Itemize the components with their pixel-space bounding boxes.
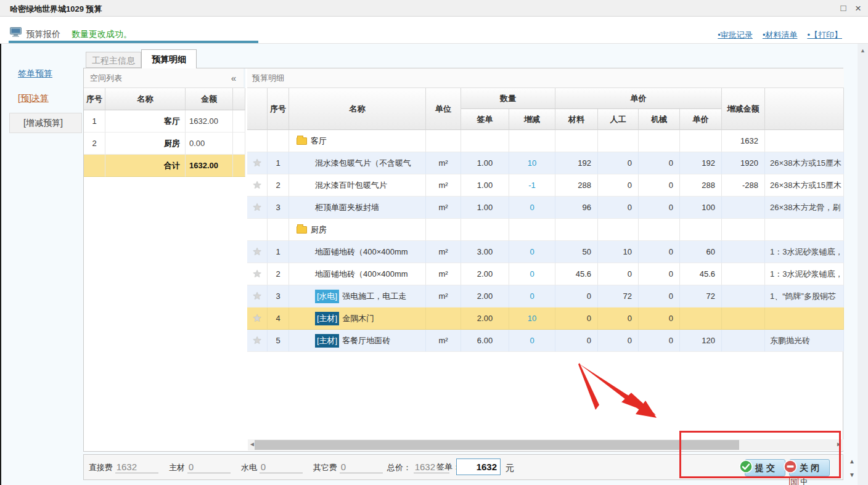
detail-item-row[interactable]: ★ 3 [水电]强电施工，电工走 m² 2.00 0 0 72 0 72 1、“… bbox=[247, 285, 844, 308]
col-remark bbox=[765, 88, 844, 130]
item-qty-change[interactable]: 10 bbox=[509, 152, 555, 174]
space-row-name: 客厅 bbox=[105, 110, 186, 132]
group-change-amount: 1632 bbox=[722, 130, 765, 152]
sidebar-item-settlement[interactable]: [预]决算 bbox=[18, 93, 49, 104]
item-machine: 0 bbox=[639, 263, 680, 285]
star-icon[interactable]: ★ bbox=[252, 201, 261, 214]
detail-item-row[interactable]: ★ 4 [主材]金隅木门 2.00 10 0 0 0 bbox=[247, 308, 844, 330]
tab-budget-detail[interactable]: 预算明细 bbox=[141, 49, 197, 68]
item-machine: 0 bbox=[639, 152, 680, 174]
item-unit-price: 288 bbox=[680, 174, 722, 197]
space-panel-title: 空间列表 bbox=[90, 73, 122, 83]
star-icon[interactable]: ★ bbox=[252, 179, 261, 192]
detail-group-row[interactable]: 厨房 bbox=[247, 219, 844, 241]
status-message: 数量更改成功。 bbox=[72, 29, 132, 40]
item-no: 1 bbox=[268, 241, 289, 263]
item-name-cell: [主材]客餐厅地面砖 bbox=[289, 330, 426, 352]
col-amount: 金额 bbox=[186, 88, 233, 110]
sign-input[interactable] bbox=[456, 459, 501, 475]
scroll-up-icon[interactable]: ▲ bbox=[859, 47, 867, 54]
item-qty-change[interactable]: -1 bbox=[509, 174, 555, 197]
detail-item-row[interactable]: ★ 2 混水漆百叶包暖气片 m² 1.00 -1 288 0 0 288 -28… bbox=[247, 174, 844, 197]
space-row[interactable]: 1 客厅 1632.00 bbox=[84, 110, 245, 132]
item-name-cell: 柜顶单面夹板封墙 bbox=[289, 197, 426, 219]
item-qty-change[interactable]: 0 bbox=[509, 241, 555, 263]
space-table: 序号 名称 金额 1 客厅 1632.00 2 厨房 0.00 合计 1632.… bbox=[84, 88, 245, 177]
item-material: 0 bbox=[555, 308, 598, 330]
item-remark: 1、“鸽牌”多股铜芯 bbox=[765, 285, 844, 308]
detail-item-row[interactable]: ★ 5 [主材]客餐厅地面砖 m² 6.00 0 0 0 0 120 东鹏抛光砖 bbox=[247, 330, 844, 352]
sidebar-item-addsub-budget[interactable]: [增减预算] bbox=[9, 113, 82, 133]
item-qty-change[interactable]: 10 bbox=[509, 308, 555, 330]
detail-item-row[interactable]: ★ 2 地面铺地砖（400×400mm m² 2.00 0 45.6 0 0 4… bbox=[247, 263, 844, 285]
close-icon[interactable]: × bbox=[852, 2, 864, 15]
item-remark: 1：3水泥砂浆铺底， bbox=[765, 241, 844, 263]
col-qty-sign: 签单 bbox=[461, 109, 509, 130]
star-icon[interactable]: ★ bbox=[252, 245, 261, 258]
accent-underline bbox=[9, 41, 258, 43]
spinner-up-icon[interactable]: ▲ bbox=[849, 458, 855, 465]
tab-project-info[interactable]: 工程主信息 bbox=[86, 52, 141, 68]
vertical-scrollbar[interactable]: ▲ bbox=[858, 44, 868, 485]
group-name: 厨房 bbox=[311, 224, 327, 235]
toolbar-link[interactable]: •审批记录 bbox=[718, 30, 753, 39]
toolbar-link[interactable]: •【打印】 bbox=[807, 30, 842, 39]
toolbar-links: •审批记录•材料清单•【打印】 bbox=[708, 30, 842, 41]
horizontal-scrollbar[interactable]: ◄ ► bbox=[248, 439, 843, 450]
scroll-right-icon[interactable]: ► bbox=[836, 441, 842, 447]
maximize-icon[interactable]: □ bbox=[837, 2, 850, 13]
toolbar-link[interactable]: •材料清单 bbox=[763, 30, 798, 39]
item-qty-change[interactable]: 0 bbox=[509, 197, 555, 219]
star-icon[interactable]: ★ bbox=[252, 290, 261, 303]
item-name-cell: [主材]金隅木门 bbox=[289, 308, 426, 330]
item-no: 5 bbox=[268, 330, 289, 352]
item-no: 1 bbox=[268, 152, 289, 174]
item-qty-change[interactable]: 0 bbox=[509, 330, 555, 352]
item-material: 45.6 bbox=[555, 263, 598, 285]
space-row-no: 1 bbox=[84, 110, 105, 132]
item-labor: 0 bbox=[598, 263, 639, 285]
detail-table: 序号 名称 单位 数量 签单 增减 单价 材料 人工 机械 单价 增减金额 客厅 bbox=[247, 88, 844, 352]
detail-item-row[interactable]: ★ 1 地面铺地砖（400×400mm m² 3.00 0 50 10 0 60… bbox=[247, 241, 844, 263]
item-labor: 0 bbox=[598, 308, 639, 330]
item-qty-change[interactable]: 0 bbox=[509, 263, 555, 285]
star-icon[interactable]: ★ bbox=[252, 157, 261, 169]
item-unit-price bbox=[680, 308, 722, 330]
star-icon[interactable]: ★ bbox=[252, 334, 261, 347]
ime-mode-icon[interactable]: 中 bbox=[800, 478, 808, 485]
item-labor: 0 bbox=[598, 197, 639, 219]
col-machine: 机械 bbox=[639, 109, 680, 130]
detail-item-row[interactable]: ★ 1 混水漆包暖气片（不含暖气 m² 1.00 10 192 0 0 192 … bbox=[247, 152, 844, 174]
item-qty-sign: 3.00 bbox=[461, 241, 509, 263]
folder-icon[interactable] bbox=[297, 137, 307, 145]
col-change-amount: 增减金额 bbox=[722, 88, 765, 130]
item-qty-change[interactable]: 0 bbox=[509, 285, 555, 308]
direct-fee-value[interactable]: 1632 bbox=[115, 462, 158, 473]
collapse-icon[interactable]: « bbox=[231, 68, 236, 88]
item-unit: m² bbox=[426, 174, 461, 197]
item-name: 客餐厅地面砖 bbox=[342, 335, 390, 346]
scrollbar-thumb[interactable] bbox=[255, 440, 739, 450]
hydro-label: 水电 bbox=[241, 463, 257, 472]
group-change-amount bbox=[722, 219, 765, 241]
item-machine: 0 bbox=[639, 285, 680, 308]
item-unit-price: 72 bbox=[680, 285, 722, 308]
item-name: 地面铺地砖（400×400mm bbox=[315, 247, 408, 258]
main-material-value[interactable]: 0 bbox=[187, 462, 231, 473]
col-qty-change: 增减 bbox=[509, 109, 555, 130]
toolbar: 预算报价 数量更改成功。 •审批记录•材料清单•【打印】 bbox=[0, 17, 868, 44]
space-row[interactable]: 2 厨房 0.00 bbox=[84, 132, 245, 155]
detail-group-row[interactable]: 客厅 1632 bbox=[247, 130, 844, 152]
folder-icon[interactable] bbox=[297, 226, 307, 234]
star-icon[interactable]: ★ bbox=[252, 312, 261, 325]
star-icon[interactable]: ★ bbox=[252, 267, 261, 280]
item-material: 96 bbox=[555, 197, 598, 219]
sidebar-item-sign-budget[interactable]: 签单预算 bbox=[18, 68, 52, 79]
detail-item-row[interactable]: ★ 3 柜顶单面夹板封墙 m² 1.00 0 96 0 0 100 26×38木… bbox=[247, 197, 844, 219]
item-unit-price: 100 bbox=[680, 197, 722, 219]
hydro-value[interactable]: 0 bbox=[260, 462, 303, 473]
group-name: 客厅 bbox=[311, 136, 327, 147]
ime-country-icon[interactable]: 国 bbox=[789, 478, 798, 485]
item-material: 288 bbox=[555, 174, 598, 197]
other-fee-value[interactable]: 0 bbox=[340, 462, 383, 473]
